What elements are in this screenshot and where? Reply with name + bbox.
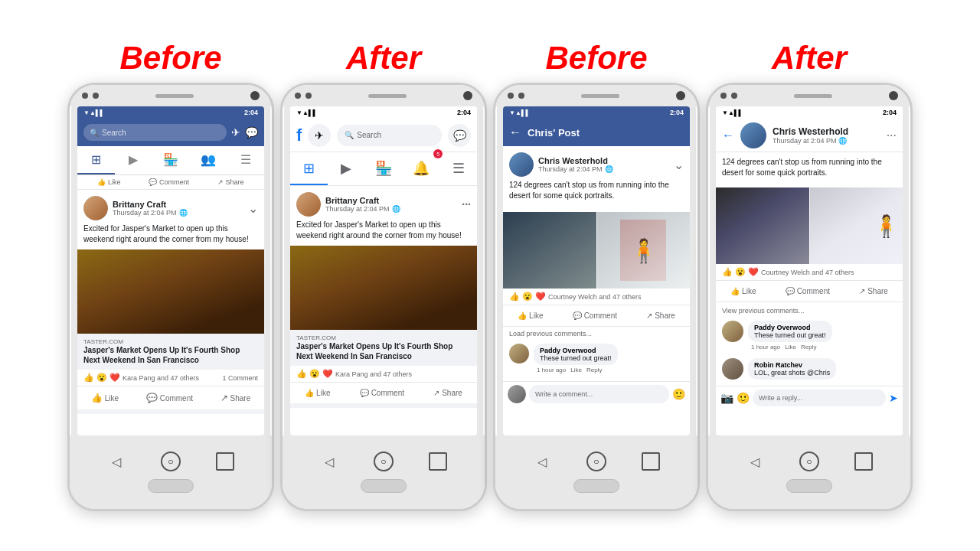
- chevron-icon-3[interactable]: ⌄: [674, 158, 684, 172]
- comment-btn-1[interactable]: 💬 Comment: [140, 390, 199, 406]
- back-btn-1[interactable]: ◁: [107, 452, 126, 471]
- camera-icon-4[interactable]: 📷: [720, 392, 733, 404]
- view-prev-4[interactable]: View previous comments...: [716, 302, 903, 319]
- front-camera-2: [463, 91, 472, 100]
- comment-btn-4[interactable]: 💬 Comment: [781, 284, 835, 298]
- more-btn-4[interactable]: ···: [887, 129, 897, 142]
- post-body-3: Chris Westerhold Thursday at 2:04 PM 🌐 ⌄…: [503, 146, 690, 212]
- back-btn-3[interactable]: ◁: [533, 452, 551, 471]
- chat-icon-1[interactable]: 💬: [245, 126, 258, 139]
- photo-left-3: [503, 212, 596, 289]
- phone-before1: ▼▲▌▌ 2:04 🔍 Search ✈ 💬 ⊞ ▶ 🏪: [67, 83, 274, 511]
- share-btn-1[interactable]: ↗ Share: [214, 390, 257, 406]
- back-btn-2[interactable]: ◁: [320, 452, 338, 471]
- home-btn-4[interactable]: ○: [799, 452, 819, 471]
- comment-item-3: Paddy Overwood These turned out great! 1…: [503, 341, 690, 377]
- back-arrow-4[interactable]: ←: [722, 129, 734, 142]
- post-content-4: 124 degrees can't stop us from running i…: [722, 157, 897, 183]
- home-button-1[interactable]: [148, 479, 194, 493]
- comment-btn-2[interactable]: 💬 Comment: [355, 386, 409, 400]
- tab-store-2[interactable]: 🏪: [365, 152, 403, 185]
- reply-text-3[interactable]: Reply: [586, 367, 602, 373]
- action-bar-4: 👍 Like 💬 Comment ↗ Share: [716, 281, 903, 302]
- user-info-1: Brittany Craft Thursday at 2:04 PM 🌐: [113, 200, 243, 217]
- post-header-white-4: ← Chris Westerhold Thursday at 2:04 PM 🌐…: [716, 119, 903, 152]
- tab-video-2[interactable]: ▶: [328, 152, 365, 185]
- fb-search-1[interactable]: 🔍 Search: [83, 124, 227, 141]
- avatar-2: [296, 192, 321, 217]
- comment-time-3: 1 hour ago: [537, 367, 566, 373]
- home-button-3[interactable]: [573, 479, 619, 493]
- comment-username-3: Paddy Overwood: [540, 347, 612, 354]
- like-link-4[interactable]: Like: [785, 344, 796, 350]
- comment-icon-3: 💬: [573, 311, 582, 320]
- like-text-3[interactable]: Like: [570, 367, 582, 373]
- person-right-4: 🧍: [810, 187, 903, 264]
- tab-video-1[interactable]: ▶: [115, 146, 152, 174]
- phone-top-bar-2: [283, 85, 485, 106]
- like-btn-3[interactable]: 👍 Like: [511, 308, 549, 323]
- more-dots-2[interactable]: ···: [462, 198, 471, 210]
- like-btn-2[interactable]: 👍 Like: [300, 386, 335, 400]
- home-btn-1[interactable]: ○: [161, 452, 181, 471]
- like-btn-4[interactable]: 👍 Like: [726, 284, 760, 298]
- fb-search-after-2[interactable]: 🔍 Search: [337, 125, 442, 146]
- reactions-bar-1: 👍 😮 ❤️ Kara Pang and 47 others 1 Comment: [77, 370, 264, 386]
- share-btn-2[interactable]: ↗ Share: [429, 386, 467, 400]
- comment-label-2: Comment: [371, 389, 404, 397]
- back-arrow-3[interactable]: ←: [509, 126, 521, 139]
- home-button-4[interactable]: [786, 479, 832, 493]
- cameras-2: [295, 93, 312, 99]
- reaction-group-1: 👍 😮 ❤️ Kara Pang and 47 others: [83, 373, 199, 383]
- comments-count-1: 1 Comment: [222, 374, 258, 382]
- tab-menu-2[interactable]: ☰: [439, 152, 477, 185]
- home-btn-3[interactable]: ○: [586, 452, 606, 471]
- share-btn-4[interactable]: ↗ Share: [854, 284, 893, 298]
- home-btn-2[interactable]: ○: [374, 452, 394, 471]
- phone-top-bar-3: [495, 85, 697, 106]
- search-text-2: Search: [357, 131, 381, 139]
- share-btn-3[interactable]: ↗ Share: [640, 308, 681, 323]
- like-icon-4: 👍: [730, 287, 740, 295]
- messenger-bubble-2[interactable]: 💬: [448, 124, 471, 147]
- reaction-names-1: Kara Pang and 47 others: [122, 374, 199, 382]
- recent-btn-1[interactable]: [216, 452, 234, 471]
- send-icon-4[interactable]: ➤: [889, 392, 898, 404]
- post-avatar-4: [740, 122, 766, 148]
- messenger-icon-2[interactable]: ✈: [308, 124, 331, 147]
- home-button-2[interactable]: [361, 479, 407, 493]
- tab-home-2[interactable]: ⊞: [290, 152, 328, 185]
- recent-btn-4[interactable]: [854, 452, 873, 471]
- reply-input-4[interactable]: Write a reply...: [753, 390, 886, 406]
- tab-menu-1[interactable]: ☰: [227, 146, 264, 174]
- prev-comment[interactable]: 💬 Comment: [149, 178, 189, 186]
- comment-label-3: Comment: [584, 311, 617, 320]
- back-btn-4[interactable]: ◁: [746, 452, 764, 471]
- status-bar-2: ▼▲▌▌ 2:04: [290, 106, 477, 119]
- like-btn-1[interactable]: 👍 Like: [85, 390, 125, 406]
- recent-btn-3[interactable]: [642, 452, 660, 471]
- chevron-icon-1[interactable]: ⌄: [248, 201, 258, 216]
- smiley-icon-3[interactable]: 🙂: [672, 388, 685, 400]
- share-icon-4: ↗: [859, 287, 865, 295]
- tab-notif-2[interactable]: 🔔5: [402, 152, 439, 185]
- tab-marketplace-1[interactable]: 🏪: [152, 146, 190, 174]
- comment-input-3[interactable]: Write a comment...: [529, 385, 669, 403]
- comment-text-3: These turned out great!: [540, 354, 612, 362]
- post-time-1: Thursday at 2:04 PM 🌐: [113, 209, 243, 217]
- messages-icon-1[interactable]: ✈: [231, 126, 240, 139]
- smiley-icon-4[interactable]: 🙂: [737, 392, 750, 404]
- prev-share[interactable]: ↗ Share: [217, 178, 244, 186]
- phone-bottom-4: ◁ ○: [708, 435, 910, 509]
- load-comments-3[interactable]: Load previous comments...: [503, 327, 690, 341]
- tab-home-1[interactable]: ⊞: [77, 146, 115, 174]
- globe-icon-4: 🌐: [838, 137, 847, 145]
- comment-btn-3[interactable]: 💬 Comment: [567, 308, 623, 323]
- globe-icon-1: 🌐: [179, 209, 188, 217]
- camera-dot-5: [508, 93, 514, 99]
- tab-groups-1[interactable]: 👥: [189, 146, 227, 174]
- recent-btn-2[interactable]: [429, 452, 447, 471]
- reply-link-4[interactable]: Reply: [801, 344, 816, 350]
- time-text-1: Thursday at 2:04 PM: [113, 209, 177, 217]
- prev-like[interactable]: 👍 Like: [97, 178, 120, 186]
